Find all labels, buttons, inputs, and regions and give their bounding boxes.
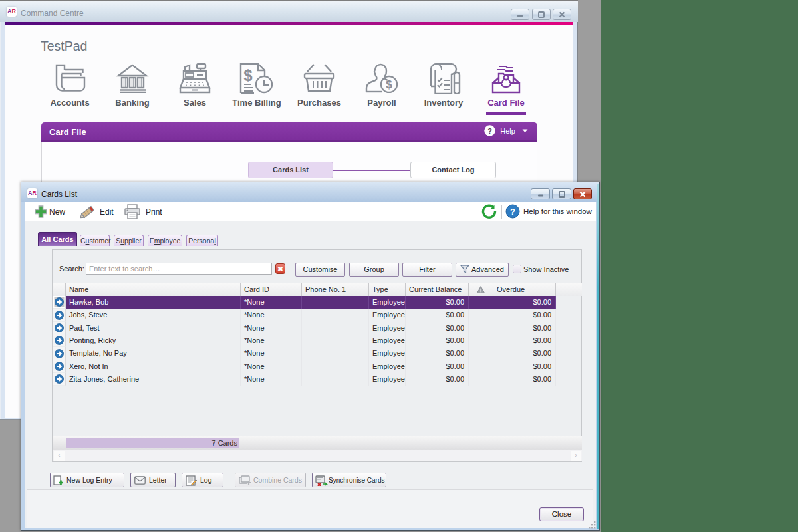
- svg-text:?: ?: [510, 207, 515, 217]
- svg-text:$: $: [243, 66, 253, 84]
- svg-text:?: ?: [487, 127, 492, 135]
- svg-text:$: $: [386, 78, 392, 91]
